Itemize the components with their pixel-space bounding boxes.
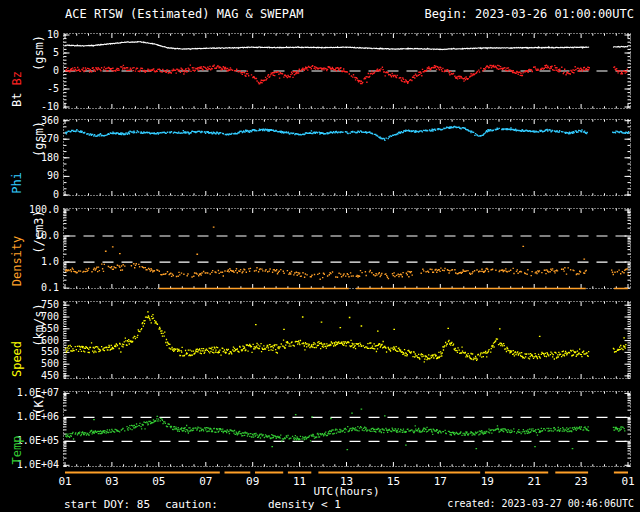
y-axis-title: Speed (10, 341, 24, 377)
y-tick-label: 1.0E+05 (0, 435, 59, 447)
y-tick-label: 10 (0, 29, 59, 41)
y-axis-title: Phi (10, 172, 24, 194)
x-tick-label: 11 (285, 475, 315, 488)
y-tick-label: 1.0E+04 (0, 459, 59, 471)
y-axis-units: (gsm) (32, 35, 46, 71)
y-tick-label: 270 (0, 133, 59, 145)
panel-speed-frame (64, 302, 631, 379)
x-tick-label: 07 (191, 475, 221, 488)
y-axis-units: (K) (32, 393, 46, 415)
footer-caution-value: density < 1 (268, 498, 341, 511)
y-axis-title: Temp (10, 436, 24, 465)
y-tick-label: 650 (0, 323, 59, 335)
y-axis-title-part: Speed (10, 341, 24, 377)
panel-density-ticks (64, 209, 631, 289)
y-tick-label: 90 (0, 170, 59, 182)
y-axis-title-part: Temp (10, 436, 24, 465)
y-tick-label: 1.0 (0, 256, 59, 268)
ace-rtsw-swepam-plot: ACE RTSW (Estimated) MAG & SWEPAM Begin:… (0, 0, 640, 512)
x-tick-label: 05 (144, 475, 174, 488)
x-tick-label: 17 (425, 475, 455, 488)
x-tick-label: 23 (566, 475, 596, 488)
x-tick-label: 01 (50, 475, 80, 488)
y-tick-label: 180 (0, 152, 59, 164)
y-tick-label: 450 (0, 370, 59, 382)
y-tick-label: 100.0 (0, 204, 59, 216)
y-tick-label: 750 (0, 299, 59, 311)
y-axis-title-part: Bt (10, 92, 24, 106)
x-tick-label: 09 (238, 475, 268, 488)
y-axis-units: (gsm) (32, 121, 46, 157)
y-tick-label: 0.1 (0, 282, 59, 294)
y-axis-title-part: Bz (10, 71, 24, 93)
series-Temp (65, 409, 625, 450)
series-Bz (65, 65, 628, 84)
y-axis-title-part: Phi (10, 172, 24, 194)
y-tick-label: -10 (0, 101, 59, 113)
y-tick-label: -5 (0, 83, 59, 95)
x-tick-label: 15 (378, 475, 408, 488)
y-tick-label: 360 (0, 115, 59, 127)
panel-temp-frame (64, 392, 631, 467)
y-tick-label: 1.0E+06 (0, 411, 59, 423)
y-tick-label: 600 (0, 335, 59, 347)
plot-title: ACE RTSW (Estimated) MAG & SWEPAM (65, 7, 303, 21)
y-axis-title: Density (10, 236, 24, 287)
y-tick-label: 1.0E+07 (0, 387, 59, 399)
y-tick-label: 550 (0, 346, 59, 358)
x-tick-label: 19 (472, 475, 502, 488)
y-tick-label: 700 (0, 311, 59, 323)
panel-density-frame (64, 209, 631, 289)
panel-temp-ticks (64, 392, 631, 467)
x-tick-label: 21 (519, 475, 549, 488)
series-Speed (65, 312, 627, 362)
y-axis-title-part: Density (10, 236, 24, 287)
y-tick-label: 0 (0, 189, 59, 201)
series-Phi (65, 126, 629, 140)
x-tick-label: 03 (97, 475, 127, 488)
y-axis-units: (/cm3) (32, 210, 46, 253)
series-Bt (65, 42, 589, 50)
x-tick-label: 01 (613, 475, 640, 488)
footer-created-timestamp: created: 2023-03-27 00:46:06UTC (447, 498, 634, 509)
series-Bt (613, 46, 628, 47)
y-axis-title: Bt Bz (10, 71, 24, 107)
plot-canvas (0, 0, 640, 512)
y-tick-label: 10.0 (0, 230, 59, 242)
y-tick-label: 5 (0, 47, 59, 59)
series-Density (65, 227, 629, 279)
begin-timestamp: Begin: 2023-03-26 01:00:00UTC (424, 7, 634, 21)
y-axis-units: (km/s) (32, 303, 46, 346)
x-tick-label: 13 (332, 475, 362, 488)
footer-caution-label: caution: (165, 498, 218, 511)
footer-start-doy: start DOY: 85 (64, 498, 150, 511)
panel-speed-ticks (64, 302, 631, 379)
y-tick-label: 0 (0, 65, 59, 77)
y-tick-label: 500 (0, 358, 59, 370)
